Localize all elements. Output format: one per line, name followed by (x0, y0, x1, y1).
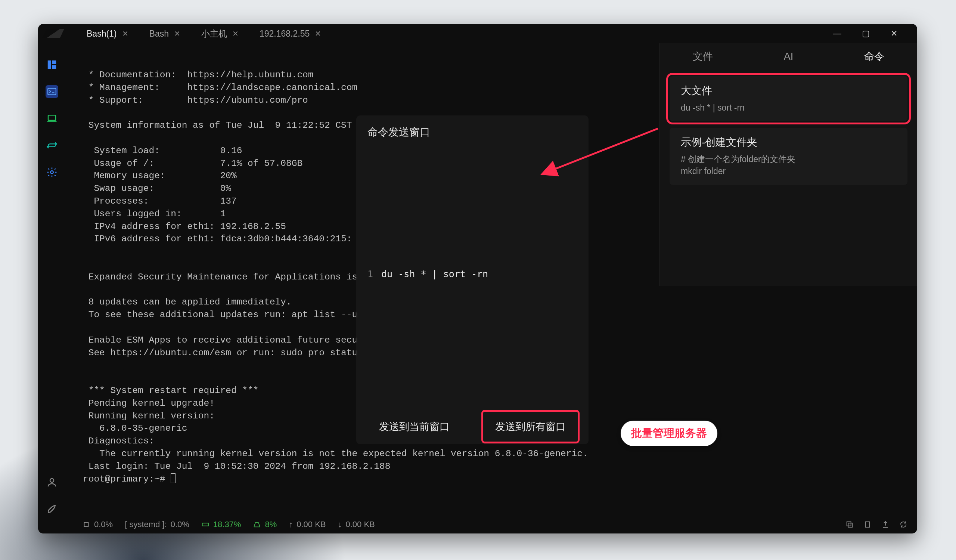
clipboard-icon[interactable] (863, 521, 872, 529)
side-tab-ai[interactable]: AI (746, 51, 832, 62)
arrow-up-icon: ↑ (289, 520, 293, 529)
svg-rect-10 (847, 522, 851, 526)
cmd-card-bigfile[interactable]: 大文件 du -sh * | sort -rn (670, 76, 907, 121)
refresh-icon[interactable] (899, 521, 907, 529)
tab-host[interactable]: 小主机 ✕ (191, 24, 249, 43)
copy-icon[interactable] (846, 521, 854, 529)
line-number: 1 (368, 269, 373, 280)
rocket-icon[interactable] (46, 503, 58, 516)
memory-icon (201, 521, 209, 529)
status-download: ↓ 0.00 KB (338, 520, 375, 529)
status-label: [ systemd ]: (125, 520, 167, 529)
tab-bash[interactable]: Bash ✕ (139, 24, 191, 43)
dialog-body: 1 du -sh * | sort -rn (356, 139, 588, 409)
close-icon[interactable]: ✕ (122, 29, 129, 38)
tab-label: 小主机 (201, 28, 227, 39)
tab-label: Bash(1) (86, 29, 117, 39)
statusbar: 0.0% [ systemd ]: 0.0% 18.37% 8% ↑ 0.00 … (38, 516, 917, 533)
tab-ip[interactable]: 192.168.2.55 ✕ (249, 24, 332, 43)
status-value: 8% (265, 520, 277, 529)
status-upload: ↑ 0.00 KB (289, 520, 325, 529)
minimize-button[interactable]: — (832, 29, 843, 38)
laptop-icon[interactable] (46, 112, 58, 125)
prompt: root@primary:~# (83, 474, 171, 484)
close-icon[interactable]: ✕ (232, 29, 239, 38)
code-line[interactable]: 1 du -sh * | sort -rn (356, 269, 499, 280)
svg-rect-8 (203, 523, 209, 525)
svg-rect-4 (48, 115, 56, 120)
cpu-icon (82, 521, 90, 529)
dialog-title: 命令发送窗口 (356, 115, 588, 139)
left-rail (38, 43, 66, 516)
svg-rect-0 (48, 61, 51, 69)
close-button[interactable]: ✕ (889, 29, 899, 38)
annotation-bubble: 批量管理服务器 (621, 421, 717, 446)
cmd-title: 示例-创建文件夹 (681, 135, 896, 149)
dialog-actions: 发送到当前窗口 发送到所有窗口 (356, 409, 588, 444)
gear-icon[interactable] (46, 166, 58, 179)
side-content: 大文件 du -sh * | sort -rn 示例-创建文件夹 # 创建一个名… (660, 69, 917, 196)
status-value: 18.37% (213, 520, 241, 529)
status-value: 0.00 KB (297, 520, 325, 529)
status-value: 0.0% (94, 520, 113, 529)
close-icon[interactable]: ✕ (315, 29, 321, 38)
layout-icon[interactable] (46, 58, 58, 71)
cursor (171, 473, 176, 483)
svg-rect-3 (48, 88, 56, 94)
tab-bash-1[interactable]: Bash(1) ✕ (76, 24, 139, 43)
status-memory: 18.37% (201, 520, 241, 529)
cmd-subtitle: du -sh * | sort -rn (681, 102, 896, 113)
code-text: du -sh * | sort -rn (381, 269, 488, 280)
status-value: 0.0% (171, 520, 189, 529)
cmd-subtitle: # 创建一个名为folder的文件夹 mkdir folder (681, 153, 896, 177)
status-value: 0.00 KB (346, 520, 375, 529)
side-tab-cmd[interactable]: 命令 (831, 50, 917, 63)
svg-rect-9 (848, 523, 852, 527)
tab-label: 192.168.2.55 (259, 29, 310, 39)
svg-rect-1 (52, 61, 56, 64)
user-icon[interactable] (46, 476, 58, 489)
disk-icon (253, 521, 261, 529)
maximize-button[interactable]: ▢ (860, 29, 871, 38)
svg-point-5 (50, 171, 53, 174)
svg-rect-11 (866, 522, 870, 527)
window-controls: — ▢ ✕ (832, 29, 917, 38)
svg-rect-2 (52, 65, 56, 69)
app-logo (42, 29, 64, 38)
svg-point-6 (50, 478, 54, 482)
send-current-button[interactable]: 发送到当前窗口 (367, 412, 462, 442)
side-tabs: 文件 AI 命令 (660, 43, 917, 69)
titlebar: Bash(1) ✕ Bash ✕ 小主机 ✕ 192.168.2.55 ✕ — … (38, 24, 917, 43)
upload-icon[interactable] (881, 521, 890, 529)
side-panel: 文件 AI 命令 大文件 du -sh * | sort -rn 示例-创建文件… (659, 43, 917, 286)
tab-strip: Bash(1) ✕ Bash ✕ 小主机 ✕ 192.168.2.55 ✕ (76, 24, 332, 43)
cmd-card-example[interactable]: 示例-创建文件夹 # 创建一个名为folder的文件夹 mkdir folder (670, 128, 907, 184)
tab-label: Bash (149, 29, 169, 39)
send-all-button[interactable]: 发送到所有窗口 (483, 412, 578, 442)
close-icon[interactable]: ✕ (174, 29, 180, 38)
arrow-down-icon: ↓ (338, 520, 342, 529)
cmd-title: 大文件 (681, 84, 896, 98)
status-systemd: [ systemd ]: 0.0% (125, 520, 189, 529)
svg-rect-7 (84, 523, 88, 527)
side-tab-file[interactable]: 文件 (660, 50, 746, 63)
app-window: Bash(1) ✕ Bash ✕ 小主机 ✕ 192.168.2.55 ✕ — … (38, 24, 917, 533)
terminal-icon[interactable] (46, 85, 58, 98)
status-cpu: 0.0% (82, 520, 113, 529)
status-disk: 8% (253, 520, 277, 529)
command-send-dialog: 命令发送窗口 1 du -sh * | sort -rn 发送到当前窗口 发送到… (356, 115, 588, 444)
sync-icon[interactable] (46, 139, 58, 152)
